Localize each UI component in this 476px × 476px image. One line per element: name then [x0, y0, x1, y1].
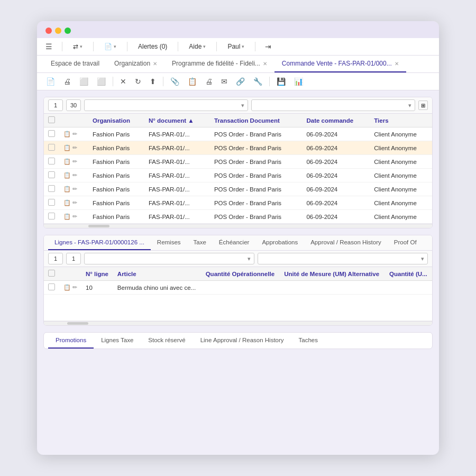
tb-copy2-icon[interactable]: ⬜: [94, 76, 108, 87]
mid-tab-lignes[interactable]: Lignes - FAS-PAR-01/0000126 ...: [48, 235, 151, 250]
row-edit-icon-2[interactable]: ✏: [72, 158, 77, 165]
page-size-input[interactable]: [66, 99, 81, 111]
nav-doc-arrow: ▾: [114, 44, 116, 49]
row-doc-icon-3[interactable]: 📋: [63, 172, 71, 179]
row-date-6: 06-09-2024: [302, 210, 370, 224]
row-checkbox-0[interactable]: [48, 130, 55, 137]
tab-loyalty-close[interactable]: ✕: [263, 61, 267, 67]
grid-icon[interactable]: ⊞: [418, 100, 428, 110]
lines-filter-1[interactable]: ▾: [84, 253, 254, 264]
tb-upload-icon[interactable]: ⬆: [147, 76, 159, 87]
help-label: Aide: [189, 43, 202, 50]
tb-refresh-icon[interactable]: ↻: [132, 76, 144, 87]
row-edit-icon-5[interactable]: ✏: [72, 199, 77, 206]
row-doc-icon-4[interactable]: 📋: [63, 186, 71, 193]
row-edit-icon-3[interactable]: ✏: [72, 172, 77, 179]
logout-icon[interactable]: ⇥: [263, 41, 273, 52]
row-icons-4: 📋 ✏: [59, 182, 88, 196]
row-date-3: 06-09-2024: [302, 169, 370, 182]
tb-save-icon[interactable]: 💾: [274, 76, 288, 87]
tb-mail-icon[interactable]: ✉: [218, 76, 230, 87]
lines-scrollbar[interactable]: [44, 321, 432, 325]
lines-filter-2[interactable]: ▾: [258, 253, 428, 264]
tab-org-close[interactable]: ✕: [153, 61, 157, 67]
bottom-tab-stock[interactable]: Stock réservé: [141, 333, 193, 349]
lines-row-doc-icon[interactable]: 📋: [63, 284, 71, 291]
lines-row-icon-group: 📋 ✏: [63, 284, 77, 291]
lines-row-checkbox[interactable]: [48, 283, 55, 290]
orders-scrollbar[interactable]: [44, 224, 432, 228]
col-doc-header: N° document ▲: [144, 114, 210, 127]
filter-select-2[interactable]: ▾: [251, 99, 415, 111]
tb-print-icon[interactable]: 🖨: [61, 76, 74, 87]
help-arrow: ▾: [203, 44, 206, 49]
tb-copy-icon[interactable]: ⬜: [77, 76, 91, 87]
bottom-tab-lignes_taxe[interactable]: Lignes Taxe: [94, 333, 141, 349]
orders-scrollbar-thumb[interactable]: [88, 225, 109, 227]
table-row: 📋 ✏ Fashion Paris FAS-PAR-01/... POS Ord…: [44, 169, 432, 182]
row-org-6: Fashion Paris: [88, 210, 144, 224]
tb-chart-icon[interactable]: 📊: [291, 76, 306, 87]
mid-tab-taxe[interactable]: Taxe: [187, 235, 213, 250]
row-icons-6: 📋 ✏: [59, 210, 88, 224]
row-icon-group-2: 📋 ✏: [63, 158, 84, 165]
lines-header-checkbox[interactable]: [48, 270, 55, 277]
row-checkbox-5[interactable]: [48, 199, 55, 206]
tb-new-icon[interactable]: 📄: [43, 76, 58, 87]
row-cb-4: [44, 182, 59, 196]
tabs-bar: Espace de travail Organization ✕ Program…: [37, 56, 439, 73]
tb-printer2-icon[interactable]: 🖨: [203, 76, 215, 87]
row-doc-icon-1[interactable]: 📋: [63, 144, 71, 151]
bottom-tab-line_approval[interactable]: Line Approval / Reason History: [193, 333, 291, 349]
row-checkbox-2[interactable]: [48, 158, 55, 164]
user-btn[interactable]: Paul ▾: [224, 42, 248, 51]
row-checkbox-1[interactable]: [48, 144, 55, 151]
page-current-input[interactable]: [48, 99, 63, 111]
main-content: ▾ ▾ ⊞ Organisation: [37, 90, 439, 355]
lines-scrollbar-thumb[interactable]: [67, 322, 88, 325]
row-doc-icon-0[interactable]: 📋: [63, 131, 71, 138]
tb-link-icon[interactable]: 🔗: [233, 76, 248, 87]
nav-doc-btn[interactable]: 📄 ▾: [101, 42, 120, 51]
tab-workspace[interactable]: Espace de travail: [43, 56, 107, 72]
lines-row-edit-icon[interactable]: ✏: [72, 284, 77, 291]
lines-page-current[interactable]: [48, 253, 63, 264]
row-checkbox-6[interactable]: [48, 213, 55, 219]
alerts-btn[interactable]: Alertes (0): [135, 42, 170, 51]
row-checkbox-3[interactable]: [48, 171, 55, 178]
tab-loyalty[interactable]: Programme de fidélité - Fideli... ✕: [164, 56, 274, 72]
row-edit-icon-6[interactable]: ✏: [72, 213, 77, 220]
mid-tab-remises[interactable]: Remises: [151, 235, 187, 250]
row-edit-icon-4[interactable]: ✏: [72, 186, 77, 193]
dot-red[interactable]: [45, 28, 52, 34]
nav-forward-btn[interactable]: ⇄ ▾: [70, 42, 86, 51]
tab-loyalty-label: Programme de fidélité - Fideli...: [172, 60, 260, 67]
row-doc-icon-6[interactable]: 📋: [63, 213, 71, 220]
row-checkbox-4[interactable]: [48, 185, 55, 192]
tb-delete-icon[interactable]: ✕: [117, 76, 129, 87]
row-doc-icon-2[interactable]: 📋: [63, 158, 71, 165]
tab-sale[interactable]: Commande Vente - FAS-PAR-01/000... ✕: [274, 56, 406, 72]
filter-select-1[interactable]: ▾: [84, 99, 248, 111]
dot-yellow[interactable]: [55, 28, 61, 34]
tb-attach-icon[interactable]: 📎: [168, 76, 182, 87]
help-btn[interactable]: Aide ▾: [186, 42, 209, 51]
orders-table-wrap: Organisation N° document ▲ Transaction D…: [44, 114, 432, 224]
bottom-tab-promotions[interactable]: Promotions: [48, 333, 94, 349]
row-doc-icon-5[interactable]: 📋: [63, 199, 71, 206]
dot-green[interactable]: [65, 28, 71, 34]
mid-tab-approbations[interactable]: Approbations: [255, 235, 304, 250]
tab-org[interactable]: Organization ✕: [107, 56, 164, 72]
mid-tab-echeancier[interactable]: Échéancier: [213, 235, 256, 250]
tb-tools-icon[interactable]: 🔧: [251, 76, 265, 87]
lines-page-size[interactable]: [66, 253, 81, 264]
mid-tab-proof[interactable]: Proof Of: [388, 235, 423, 250]
row-edit-icon-1[interactable]: ✏: [72, 144, 77, 151]
tab-sale-close[interactable]: ✕: [395, 61, 399, 67]
mid-tab-approval[interactable]: Approval / Reason History: [304, 235, 388, 250]
header-checkbox[interactable]: [48, 116, 55, 123]
tb-clip2-icon[interactable]: 📋: [185, 76, 199, 87]
row-edit-icon-0[interactable]: ✏: [72, 131, 77, 138]
bottom-tab-taches[interactable]: Taches: [291, 333, 325, 349]
hamburger-icon[interactable]: ☰: [43, 41, 54, 52]
